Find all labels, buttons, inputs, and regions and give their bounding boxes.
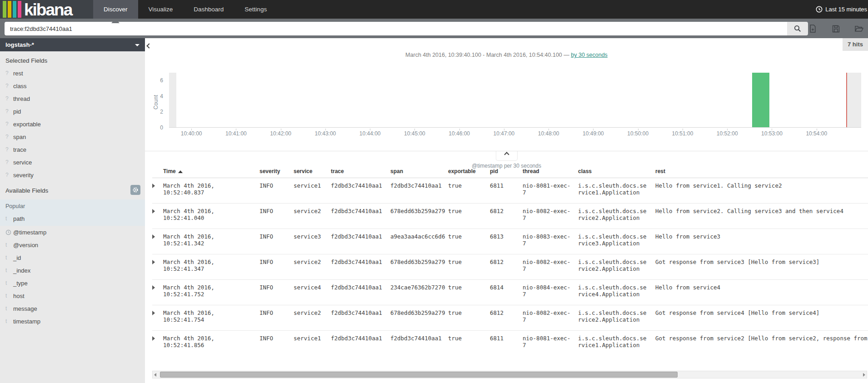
string-field-icon: t xyxy=(5,242,13,248)
nav-tab-visualize[interactable]: Visualize xyxy=(138,0,184,19)
horizontal-scrollbar[interactable] xyxy=(152,371,867,378)
sidebar-field-thread[interactable]: ?thread xyxy=(0,92,145,105)
cell-rest: Hello from service1. Calling service2 xyxy=(655,178,868,204)
sidebar-field-index[interactable]: t_index xyxy=(0,264,145,277)
sidebar-field-timestamp[interactable]: ttimestamp xyxy=(0,315,145,328)
top-navbar: kibana DiscoverVisualizeDashboardSetting… xyxy=(0,0,868,19)
chart-plot[interactable] xyxy=(169,73,861,128)
column-header-thread[interactable]: thread xyxy=(523,165,578,178)
cell-exportable: true xyxy=(448,178,490,204)
sidebar-field-class[interactable]: ?class xyxy=(0,80,145,92)
sidebar-field-host[interactable]: thost xyxy=(0,289,145,302)
nav-tab-discover[interactable]: Discover xyxy=(93,0,138,19)
expand-row-icon[interactable] xyxy=(152,260,155,264)
string-field-icon: t xyxy=(5,215,13,222)
table-row: March 4th 2016, 10:52:41.754INFOservice2… xyxy=(152,305,868,331)
nav-tab-settings[interactable]: Settings xyxy=(234,0,277,19)
date-field-icon xyxy=(5,229,13,235)
sidebar-field-version[interactable]: t@version xyxy=(0,239,145,251)
sidebar-field-trace[interactable]: ?trace xyxy=(0,143,145,156)
field-name: span xyxy=(13,134,26,140)
search-input[interactable] xyxy=(5,22,787,35)
available-fields-heading: Available Fields xyxy=(0,181,145,197)
new-search-icon[interactable] xyxy=(807,23,818,34)
sidebar-field-message[interactable]: tmessage xyxy=(0,302,145,315)
sidebar-field-exportable[interactable]: ?exportable xyxy=(0,118,145,130)
scroll-left-arrow-icon[interactable] xyxy=(154,373,156,377)
x-axis-ticks: 10:40:0010:41:0010:42:0010:43:0010:44:00… xyxy=(169,129,861,138)
sidebar-field-id[interactable]: t_id xyxy=(0,251,145,264)
column-header-service[interactable]: service xyxy=(294,165,331,178)
cell-class: i.s.c.sleuth.docs.service2.Application xyxy=(578,305,655,331)
column-header-exportable[interactable]: exportable xyxy=(448,165,490,178)
search-actions xyxy=(807,23,864,34)
index-pattern-selector[interactable]: logstash-* xyxy=(0,38,145,51)
sidebar-field-rest[interactable]: ?rest xyxy=(0,67,145,80)
y-tick-label: 4 xyxy=(160,93,163,99)
sidebar-field-span[interactable]: ?span xyxy=(0,130,145,143)
unknown-field-icon: ? xyxy=(5,108,13,114)
load-search-icon[interactable] xyxy=(853,23,864,34)
cell-class: i.s.c.sleuth.docs.service4.Application xyxy=(578,280,655,305)
nav-tab-dashboard[interactable]: Dashboard xyxy=(183,0,234,19)
expand-row-icon[interactable] xyxy=(152,234,155,239)
cell-rest: Hello from service3 xyxy=(655,229,868,254)
sidebar-field-timestamp[interactable]: @timestamp xyxy=(0,226,145,239)
cell-rest: Hello from service4 xyxy=(655,280,868,305)
field-name: message xyxy=(13,305,37,312)
selected-fields-heading: Selected Fields xyxy=(0,51,145,67)
cell-service: service1 xyxy=(294,331,331,356)
collapse-sidebar-button[interactable] xyxy=(145,39,153,53)
string-field-icon: t xyxy=(5,305,13,312)
expand-row-icon[interactable] xyxy=(152,209,155,214)
sidebar-field-pid[interactable]: ?pid xyxy=(0,105,145,118)
sidebar-field-service[interactable]: ?service xyxy=(0,156,145,169)
expand-row-icon[interactable] xyxy=(152,311,155,315)
y-tick-label: 0 xyxy=(160,124,163,131)
cell-service: service2 xyxy=(294,305,331,331)
y-tick-label: 6 xyxy=(160,77,163,84)
column-header-rest[interactable]: rest xyxy=(655,165,868,178)
sidebar-field-severity[interactable]: ?severity xyxy=(0,169,145,181)
cell-pid: 6813 xyxy=(490,229,523,254)
sidebar-field-path[interactable]: tpath xyxy=(0,212,145,225)
histogram-bar[interactable] xyxy=(752,73,769,127)
field-name: service xyxy=(13,159,32,166)
cell-thread: nio-8082-exec-7 xyxy=(523,305,578,331)
column-header-class[interactable]: class xyxy=(578,165,655,178)
cell-span: 678edd63b259a279 xyxy=(390,254,448,280)
column-header-span[interactable]: span xyxy=(390,165,448,178)
cell-pid: 6811 xyxy=(490,331,523,356)
nav-tab-label: Dashboard xyxy=(194,6,224,13)
save-search-icon[interactable] xyxy=(830,23,841,34)
field-settings-button[interactable] xyxy=(130,185,140,195)
expand-row-icon[interactable] xyxy=(152,336,155,341)
cell-exportable: true xyxy=(448,305,490,331)
scroll-right-arrow-icon[interactable] xyxy=(863,373,865,377)
cell-span: f2dbd3c74410aa1 xyxy=(390,178,448,204)
nav-tab-label: Settings xyxy=(244,6,267,13)
partial-bucket-band xyxy=(846,73,861,127)
field-name: _type xyxy=(13,280,28,287)
cell-thread: nio-8081-exec-7 xyxy=(523,331,578,356)
expand-row-icon[interactable] xyxy=(152,285,155,290)
collapse-chart-button[interactable] xyxy=(496,151,518,161)
column-header-severity[interactable]: severity xyxy=(259,165,294,178)
interval-link[interactable]: by 30 seconds xyxy=(571,52,608,58)
search-button[interactable] xyxy=(787,22,808,35)
string-field-icon: t xyxy=(5,267,13,274)
sidebar-field-type[interactable]: t_type xyxy=(0,277,145,289)
column-header-trace[interactable]: trace xyxy=(331,165,390,178)
time-picker[interactable]: Last 15 minutes xyxy=(816,0,868,19)
scrollbar-thumb[interactable] xyxy=(160,372,678,378)
column-header-pid[interactable]: pid xyxy=(490,165,523,178)
kibana-logo[interactable]: kibana xyxy=(0,0,93,19)
expand-row-icon[interactable] xyxy=(152,184,155,188)
cell-span: 234cae76362b7270 xyxy=(390,280,448,305)
x-tick-label: 10:43:00 xyxy=(315,130,336,137)
cell-pid: 6812 xyxy=(490,204,523,229)
cell-severity: INFO xyxy=(259,305,294,331)
clock-icon xyxy=(816,6,823,13)
popular-fields-list: tpath xyxy=(0,212,145,225)
column-header-time[interactable]: Time xyxy=(163,165,259,178)
